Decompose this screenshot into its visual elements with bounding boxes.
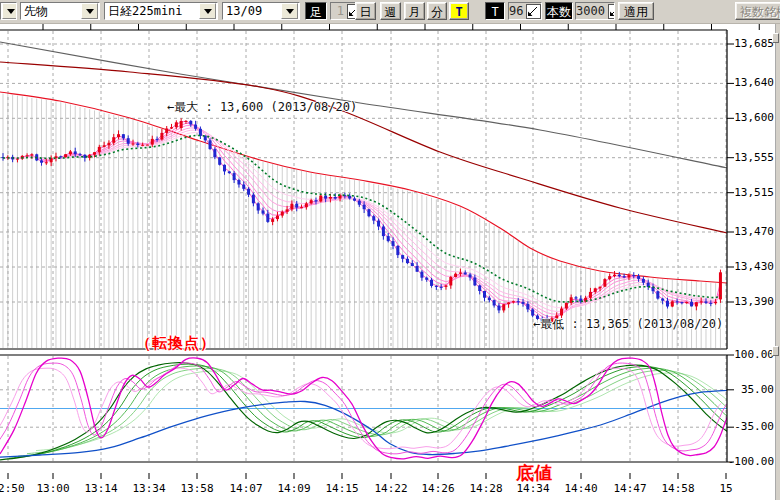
bar-count-spinner[interactable]: 3000 [575, 2, 615, 20]
chevron-down-icon [2, 3, 17, 19]
instrument-type-combo[interactable]: 先物 [20, 2, 100, 20]
symbol-category-combo-stub[interactable] [0, 2, 17, 20]
spin-edit-icon[interactable] [608, 4, 615, 19]
main-chart-pane[interactable] [0, 30, 727, 349]
contract-month-value: 13/09 [223, 3, 280, 19]
contract-month-combo[interactable]: 13/09 [222, 2, 300, 20]
spin-edit-icon[interactable] [526, 4, 541, 19]
multi-symbol-button[interactable]: 複数銘柄 [735, 2, 780, 20]
toolbar: 先物 日経225mini 13/09 足 1 日 週 月 分 T T 96 本数… [0, 0, 780, 24]
instrument-value: 日経225mini [105, 3, 198, 19]
apply-button[interactable]: 適用 [618, 2, 654, 20]
period-day-button[interactable]: 日 [355, 2, 376, 20]
oscillator-pane-handle[interactable] [772, 346, 779, 356]
tick-mode-button[interactable]: T [449, 2, 469, 20]
bar-count-label[interactable]: 本数 [545, 2, 573, 20]
main-pane-handle[interactable] [772, 33, 779, 43]
annotation-min: ←最低 : 13,365 (2013/08/20) [533, 316, 723, 333]
bar-count-value: 3000 [576, 3, 607, 19]
bar-type-label[interactable]: 足 [305, 2, 327, 20]
period-week-button[interactable]: 週 [380, 2, 401, 20]
chevron-down-icon [281, 3, 298, 19]
period-minute-button[interactable]: 分 [427, 2, 447, 20]
annotation-turning-point: （転換点） [136, 334, 216, 353]
tick-count-value: 96 [509, 3, 525, 19]
annotation-max: ←最大 : 13,600 (2013/08/20) [167, 99, 357, 116]
instrument-combo[interactable]: 日経225mini [104, 2, 218, 20]
bar-interval-value: 1 [331, 3, 346, 19]
pane-splitter-strip [775, 23, 780, 500]
chevron-down-icon [81, 3, 98, 19]
chart-window: 13,68513,64013,60013,55513,51513,47013,4… [0, 0, 780, 500]
annotation-bottom-price: 底値 [516, 461, 552, 485]
chevron-down-icon [199, 3, 216, 19]
period-month-button[interactable]: 月 [404, 2, 425, 20]
oscillator-pane[interactable] [0, 355, 727, 462]
tick-count-spinner[interactable]: 96 [508, 2, 542, 20]
tick-count-label[interactable]: T [485, 2, 505, 20]
instrument-type-value: 先物 [21, 3, 80, 19]
